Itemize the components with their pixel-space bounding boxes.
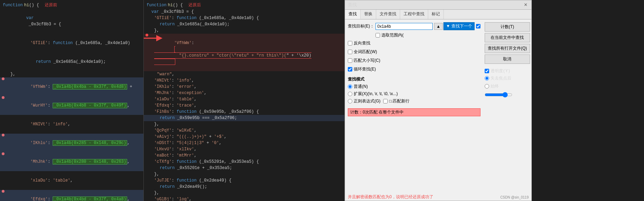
tab-project-find[interactable]: 工程中查找: [400, 10, 428, 19]
find-options-row2: 全词匹配(W): [348, 49, 480, 56]
mode-normal-label: 普通(N): [354, 84, 368, 90]
code-line: 'vAivj': "(((..)+)+)" + '+$',: [144, 134, 344, 140]
code-line: 'MhJhk': 'exception',: [144, 90, 344, 96]
find-input[interactable]: [376, 23, 433, 30]
tab-find[interactable]: 查找: [345, 10, 361, 19]
find-dialog-title: 查找: [348, 2, 357, 8]
code-line-ikhlu: 'IKhlu': _0x1a4b(0x285 - 0x148, 0x29c),: [0, 134, 143, 152]
code-line: },: [144, 121, 344, 127]
find-input-wrapper: ▲ ▼ 查找下一个: [376, 22, 480, 30]
find-count-bar: 计数：0次匹配 在整个文件中: [348, 108, 480, 116]
tab-replace[interactable]: 替换: [361, 10, 376, 19]
find-dialog: 查找 × 查找 替换 文件查找 工程中查找 标记 查找目标(E)： ▲ ▼ 查找…: [345, 0, 532, 201]
watermark: CSDN @sin_0119: [500, 195, 529, 199]
find-scope-checkbox[interactable]: [376, 33, 380, 37]
mode-extended-label: 扩展(X)(\n, \r, \t, \0, \x...): [354, 91, 398, 97]
loop-option: 循环查找(E): [348, 66, 376, 72]
find-prev-button[interactable]: ▲: [434, 23, 443, 30]
search-current-button[interactable]: 在当前文件中查找: [485, 33, 530, 42]
code-line: 'eaBot': 'mtMrr',: [144, 152, 344, 159]
code-line: 'HNIVt': 'info',: [0, 115, 143, 134]
loop-checkbox[interactable]: [348, 67, 352, 72]
loop-label: 循环查找(E): [354, 66, 376, 72]
code-line: return _0x55201e + _0x353ea5;: [144, 165, 344, 171]
code-line: var _0x3cf8b3 = {: [144, 9, 344, 15]
mode-regex-row: 正则表达式(G) □.匹配新行: [348, 98, 480, 106]
find-tabs: 查找 替换 文件查找 工程中查找 标记: [345, 10, 531, 19]
reverse-find-option: 反向查找: [348, 40, 370, 46]
find-target-label: 查找目标(E)：: [348, 23, 376, 29]
code-line: return _0x59e95b === _0x5a2f06;: [144, 115, 344, 121]
find-action-buttons: 计数(T) 在当前文件中查找 查找所有打开文件(Q) 取消 透明度(Y) 失去焦…: [483, 19, 531, 193]
code-line: 'HNIVt': 'info',: [144, 77, 344, 84]
opacity-slider[interactable]: [485, 92, 512, 98]
find-body: 查找目标(E)： ▲ ▼ 查找下一个 选取范围内( 反向查找: [345, 19, 483, 193]
case-sensitive-checkbox[interactable]: [348, 58, 352, 63]
right-function-header: function: [147, 3, 167, 8]
code-line: 'Efdxq': 'trace',: [144, 102, 344, 109]
focus-radio-group: 失去焦点后 始终: [485, 75, 530, 91]
code-line: 'FlhBs': function (_0x59e95b, _0x5a2f06)…: [144, 109, 344, 115]
case-sensitive-option: 匹配大小写(C): [348, 58, 380, 64]
left-code-panel: function hi () { 还原前 var _0x3cf8b3 = { '…: [0, 0, 144, 201]
find-target-row: 查找目标(E)： ▲ ▼ 查找下一个: [348, 22, 480, 30]
code-line: var _0x3cf8b3 = {: [0, 9, 143, 34]
code-line: },: [144, 190, 344, 196]
tab-mark[interactable]: 标记: [428, 10, 444, 19]
find-options-row1: 反向查找: [348, 40, 480, 48]
find-count-result: 计数：0次匹配 在整个文件中: [350, 110, 404, 115]
mode-regex: 正则表达式(G): [348, 98, 380, 104]
code-line: 'GTIiE': function (_0x1e685a, _0x4de1a0)…: [144, 15, 344, 21]
code-line: return _0x1e685a(_0x4de1a0);: [0, 52, 143, 71]
code-line-efdxq: 'Efdxq': _0x1a4b(0x4bd - 0x37f, 0x4a8),: [0, 190, 143, 201]
whole-word-checkbox[interactable]: [348, 50, 352, 54]
case-sensitive-label: 匹配大小写(C): [354, 58, 380, 64]
find-close-button[interactable]: ×: [523, 2, 529, 8]
left-function-header: function: [3, 3, 23, 8]
focus-lost-radio[interactable]: [485, 76, 489, 81]
find-title-bar: 查找 ×: [345, 0, 531, 10]
count-button[interactable]: 计数(T): [485, 22, 530, 32]
cancel-button[interactable]: 取消: [485, 55, 530, 64]
whole-word-label: 全词匹配(W): [354, 49, 377, 55]
reverse-checkbox[interactable]: [348, 41, 352, 45]
transparency-label: 透明度(Y): [491, 68, 511, 74]
code-line: return _0x1e685a(_0x4de1a0);: [144, 21, 344, 27]
mode-normal-radio[interactable]: [348, 84, 352, 89]
search-all-button[interactable]: 查找所有打开文件(Q): [485, 44, 530, 53]
find-scope-label: 选取范围内(: [381, 32, 404, 38]
transparency-row: 透明度(Y): [485, 68, 530, 74]
focus-always-radio[interactable]: [485, 84, 489, 89]
code-line: 'xlaDu': 'table',: [0, 171, 143, 190]
transparency-checkbox[interactable]: [485, 69, 489, 73]
focus-lost-label: 失去焦点后: [491, 75, 511, 81]
code-line: 'IKhlu': 'error',: [144, 84, 344, 90]
find-next-button[interactable]: ▼ 查找下一个: [443, 22, 474, 30]
match-newline-label: □.匹配新行: [389, 98, 409, 104]
code-line: },: [144, 27, 344, 34]
focus-always-label: 始终: [491, 83, 499, 89]
find-checked[interactable]: [476, 24, 480, 28]
match-newline-checkbox[interactable]: [383, 99, 388, 103]
label-after: 还原后: [188, 2, 201, 8]
mode-regex-radio[interactable]: [348, 99, 352, 103]
focus-lost-option: 失去焦点后: [485, 75, 530, 81]
find-scope-row: 选取范围内(: [376, 32, 480, 38]
code-line-wurhy: 'WurHY': _0x1a4b(0x4b8 - 0x37f, 0x49f),: [0, 96, 143, 115]
code-line: "warn",: [144, 71, 344, 77]
code-line: 'cTXfg': function (_0x55201e, _0x353ea5)…: [144, 159, 344, 165]
mode-normal: 普通(N): [348, 84, 480, 90]
code-line-vfhwm-right: 'VfhWm': "{}.constru" + "ctor(\"retu" + …: [144, 34, 344, 71]
code-line: },: [144, 171, 344, 177]
code-line: 'xlaDu': 'table',: [144, 96, 344, 102]
reverse-label: 反向查找: [354, 40, 370, 46]
code-line-vfhwm: 'VfhWm': _0x1a4b(0x4ba - 0x37f, 0x4d8) +: [0, 77, 143, 96]
code-line: },: [0, 71, 143, 77]
right-code-panel: function hi () { 还原后 var _0x3cf8b3 = { '…: [144, 0, 345, 201]
mode-extended-radio[interactable]: [348, 92, 352, 96]
tab-file-find[interactable]: 文件查找: [376, 10, 400, 19]
mode-extended: 扩展(X)(\n, \r, \t, \0, \x...): [348, 91, 480, 97]
find-options-row4: 循环查找(E): [348, 66, 480, 74]
code-line-mhjhk: 'MhJhk': _0x1a4b(0x280 - 0x148, 0x263),: [0, 152, 143, 171]
code-line: 'JuTJE': function (_0x2dea49) {: [144, 177, 344, 184]
